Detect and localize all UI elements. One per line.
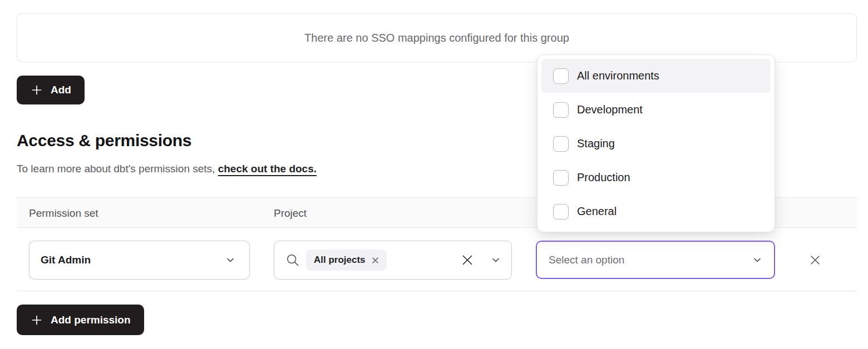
docs-link[interactable]: check out the docs.: [218, 163, 317, 174]
checkbox-unchecked-icon[interactable]: [553, 68, 569, 84]
checkbox-unchecked-icon[interactable]: [553, 170, 569, 186]
dropdown-option-development[interactable]: Development: [541, 93, 771, 127]
permission-set-select[interactable]: Git Admin: [29, 241, 250, 280]
sso-empty-message: There are no SSO mappings configured for…: [304, 32, 569, 44]
chevron-down-icon: [752, 255, 763, 266]
environment-placeholder: Select an option: [549, 254, 624, 266]
clear-selection-icon[interactable]: [460, 253, 475, 267]
search-icon: [285, 253, 300, 267]
subtitle-text: To learn more about dbt's permission set…: [17, 163, 218, 174]
chip-remove-icon[interactable]: [372, 257, 379, 264]
checkbox-unchecked-icon[interactable]: [553, 102, 569, 118]
close-icon: [808, 253, 822, 267]
permissions-subtitle: To learn more about dbt's permission set…: [17, 163, 317, 175]
project-multiselect[interactable]: All projects: [274, 241, 512, 280]
dropdown-option-all-environments[interactable]: All environments: [541, 59, 771, 93]
add-button-label: Add: [51, 84, 71, 96]
plus-icon: [30, 83, 43, 97]
environment-select[interactable]: Select an option: [536, 241, 775, 279]
project-chip: All projects: [306, 250, 387, 271]
add-sso-mapping-button[interactable]: Add: [17, 76, 85, 104]
checkbox-unchecked-icon[interactable]: [553, 204, 569, 220]
chevron-down-icon: [490, 255, 501, 266]
dropdown-option-label: All environments: [577, 69, 659, 82]
remove-permission-row-button[interactable]: [806, 251, 824, 269]
checkbox-unchecked-icon[interactable]: [553, 136, 569, 152]
dropdown-option-production[interactable]: Production: [541, 161, 771, 195]
environment-dropdown-menu: All environments Development Staging Pro…: [537, 54, 775, 232]
column-header-project: Project: [274, 198, 307, 228]
add-permission-label: Add permission: [51, 314, 131, 326]
dropdown-option-label: Development: [577, 103, 643, 116]
permission-set-value: Git Admin: [41, 254, 91, 266]
chevron-down-icon: [225, 255, 236, 266]
dropdown-option-staging[interactable]: Staging: [541, 127, 771, 161]
column-header-permission-set: Permission set: [29, 198, 98, 228]
add-permission-button[interactable]: Add permission: [17, 305, 144, 335]
project-chip-label: All projects: [314, 255, 366, 266]
dropdown-option-label: Production: [577, 171, 630, 184]
dropdown-option-label: Staging: [577, 137, 615, 150]
dropdown-option-general[interactable]: General: [541, 195, 771, 228]
page-title: Access & permissions: [17, 131, 191, 150]
dropdown-option-label: General: [577, 205, 617, 218]
plus-icon: [30, 313, 43, 327]
